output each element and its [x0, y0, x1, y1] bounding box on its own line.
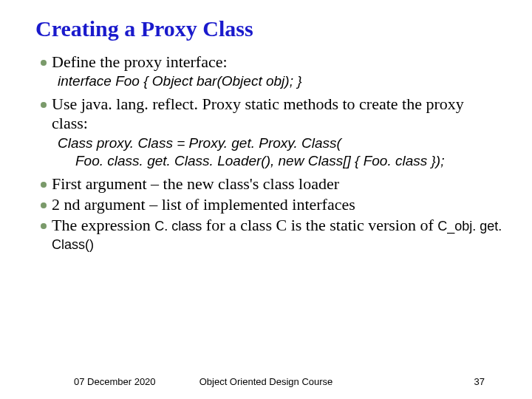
bullet-icon — [35, 174, 52, 188]
bullet-item: Define the proxy interface: — [35, 52, 502, 72]
code-line: Foo. class. get. Class. Loader(), new Cl… — [58, 152, 502, 170]
bullet-item: The expression C. class for a class C is… — [35, 216, 502, 254]
code-line: interface Foo { Object bar(Object obj); … — [58, 72, 502, 90]
bullet-item: First argument – the new class's class l… — [35, 174, 502, 194]
code-block: interface Foo { Object bar(Object obj); … — [58, 72, 502, 90]
code-block: Class proxy. Class = Proxy. get. Proxy. … — [58, 134, 502, 170]
footer-page-number: 37 — [474, 376, 485, 387]
bullet-item: Use java. lang. reflect. Proxy static me… — [35, 95, 502, 133]
text-fragment: for a class C is the static version of — [202, 216, 437, 234]
bullet-text: The expression C. class for a class C is… — [52, 216, 502, 254]
bullet-icon — [35, 216, 52, 229]
slide-body: Define the proxy interface: interface Fo… — [35, 52, 502, 254]
bullet-item: 2 nd argument – list of implemented inte… — [35, 195, 502, 214]
bullet-icon — [35, 52, 52, 66]
bullet-text: Use java. lang. reflect. Proxy static me… — [52, 95, 502, 133]
code-line: Class proxy. Class = Proxy. get. Proxy. … — [58, 134, 502, 152]
inline-code: C. class — [154, 219, 202, 233]
bullet-text: 2 nd argument – list of implemented inte… — [52, 195, 502, 214]
bullet-icon — [35, 95, 52, 108]
bullet-icon — [35, 195, 52, 208]
text-fragment: The expression — [52, 216, 154, 234]
bullet-text: First argument – the new class's class l… — [52, 174, 502, 194]
slide: Creating a Proxy Class Define the proxy … — [0, 0, 532, 399]
slide-title: Creating a Proxy Class — [35, 16, 502, 42]
footer-course: Object Oriented Design Course — [0, 376, 532, 387]
bullet-text: Define the proxy interface: — [52, 52, 502, 72]
